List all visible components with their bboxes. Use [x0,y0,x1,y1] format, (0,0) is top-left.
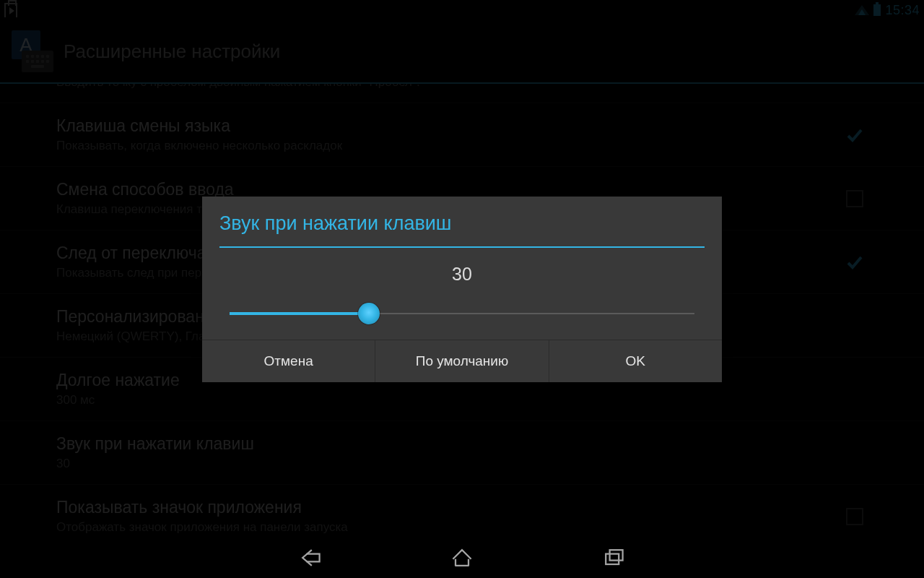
volume-slider[interactable] [230,292,694,335]
slider-fill [230,312,369,315]
dialog-value: 30 [202,248,722,292]
home-button[interactable] [448,543,476,572]
dialog-scrim[interactable]: Звук при нажатии клавиш 30 Отмена По умо… [0,0,924,578]
default-button[interactable]: По умолчанию [375,340,549,382]
svg-rect-1 [610,550,623,560]
dialog-title: Звук при нажатии клавиш [202,197,722,246]
navigation-bar [0,538,924,578]
svg-rect-0 [606,554,619,564]
recents-button[interactable] [599,543,628,572]
slider-thumb[interactable] [358,303,380,324]
cancel-button[interactable]: Отмена [202,340,375,382]
dialog-button-row: Отмена По умолчанию OK [202,340,722,382]
ok-button[interactable]: OK [549,340,722,382]
volume-dialog: Звук при нажатии клавиш 30 Отмена По умо… [202,197,722,382]
back-button[interactable] [296,543,325,572]
